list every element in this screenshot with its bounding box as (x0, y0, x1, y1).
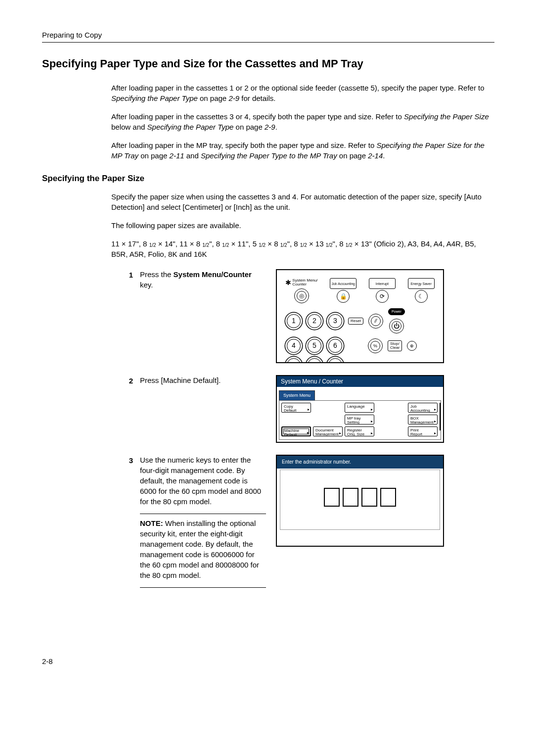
code-entry-fields (280, 488, 440, 507)
job-accounting-button[interactable]: Job Accounting▸ (408, 403, 438, 413)
frac: 1/2 (149, 242, 156, 248)
page-number: 2-8 (42, 656, 494, 666)
note-label: NOTE: (140, 519, 163, 527)
t: key. (140, 281, 153, 289)
indicator-led: ⊕ (407, 341, 417, 351)
numkey-5[interactable]: 5 (308, 339, 321, 353)
code-digit-1[interactable] (324, 488, 340, 507)
lbl: Counter (292, 282, 306, 286)
numkey-3[interactable]: 3 (328, 314, 342, 328)
slash-key[interactable]: ⫽ (368, 314, 383, 329)
machine-default-button[interactable]: Machine Default▸ (281, 426, 311, 436)
arrow-icon: ▸ (308, 408, 310, 412)
intro-p2: After loading paper in the cassettes 3 o… (111, 111, 494, 132)
box-management-button[interactable]: BOX Management▸ (408, 415, 438, 425)
reset-key[interactable]: Reset (348, 318, 363, 325)
arrow-icon: ▸ (371, 420, 373, 424)
system-menu-counter-key[interactable]: ◎ (294, 288, 309, 303)
mp-tray-setting-button[interactable]: MP tray Setting▸ (345, 415, 374, 425)
t: × 14", 11 × 8 (156, 239, 203, 248)
scrollbar[interactable] (440, 403, 441, 430)
step-num: 1 (121, 269, 133, 280)
interrupt-label: Interrupt (369, 278, 396, 289)
numkey-1[interactable]: 1 (287, 314, 301, 328)
note-text: When installing the optional security ki… (140, 519, 259, 579)
power-label: Power (388, 308, 405, 315)
frac: 1/2 (346, 242, 353, 248)
numkey-4[interactable]: 4 (287, 339, 301, 353)
txt: on page (198, 94, 229, 102)
ref: Specifying the Paper Type (111, 94, 198, 102)
intro-p1: After loading paper in the cassettes 1 o… (111, 83, 494, 103)
numkey-7[interactable]: 7 (287, 358, 301, 363)
step-1-text: Press the System Menu/Counter key. (140, 269, 266, 290)
document-management-button[interactable]: Document Management▸ (313, 426, 343, 436)
code-digit-3[interactable] (361, 488, 377, 507)
txt: on page (233, 123, 265, 131)
step-3-text: Use the numeric keys to enter the four-d… (140, 455, 266, 507)
t: Press the (140, 270, 174, 279)
percent-key[interactable]: % (368, 338, 383, 353)
txt: below and (111, 123, 147, 131)
frac: 1/2 (202, 242, 209, 248)
register-orig-size-button[interactable]: Register Orig. Size▸ (345, 426, 374, 436)
txt: After loading paper in the cassettes 1 o… (111, 84, 485, 92)
numkey-2[interactable]: 2 (308, 314, 321, 328)
t: 11 × 17", 8 (111, 239, 149, 248)
txt: . (275, 123, 277, 131)
page-ref: 2-9 (265, 123, 275, 131)
numkey-6[interactable]: 6 (328, 339, 342, 353)
page-ref: 2-14 (368, 151, 383, 160)
t: × 11", 5 (229, 239, 259, 248)
ref: Specifying the Paper Type (147, 123, 234, 131)
txt: After loading paper in the MP tray, spec… (111, 141, 376, 149)
subheading-paper-size: Specifying the Paper Size (42, 173, 494, 185)
txt: . (383, 151, 385, 160)
arrow-icon: ▸ (434, 408, 436, 412)
admin-code-screen: Enter the administrator number. (276, 455, 444, 547)
step-num: 2 (121, 375, 133, 386)
txt: page (350, 151, 368, 160)
system-menu-screen: System Menu / Counter System Menu Copy D… (276, 375, 444, 443)
arrow-icon: ▸ (371, 408, 373, 412)
step-num: 3 (121, 455, 133, 466)
numkey-8[interactable]: 8 (308, 358, 321, 363)
sub1-p1: Specify the paper size when using the ca… (111, 191, 494, 212)
t: × 8 (266, 239, 280, 248)
energy-saver-key[interactable]: ☾ (415, 290, 428, 303)
copy-default-button[interactable]: Copy Default▸ (281, 403, 311, 413)
step-3-note: NOTE: When installing the optional secur… (140, 518, 266, 580)
frac: 1/2 (300, 242, 307, 248)
page-title: Specifying Paper Type and Size for the C… (42, 56, 494, 72)
page-ref: 2-11 (170, 151, 184, 160)
divider (140, 587, 266, 588)
power-key[interactable]: ⏻ (389, 319, 404, 333)
ref: Specifying the Paper Type to the MP Tray (201, 151, 337, 160)
sub1-p2: The following paper sizes are available. (111, 220, 494, 231)
job-accounting-key[interactable]: 🔒 (337, 290, 350, 303)
sub1-sizes: 11 × 17", 8 1/2 × 14", 11 × 8 1/2", 8 1/… (111, 238, 494, 259)
step-1: 1 Press the System Menu/Counter key. ✱ S… (42, 269, 494, 363)
frac: 1/2 (326, 242, 333, 248)
txt: for details. (239, 94, 275, 102)
step-3: 3 Use the numeric keys to enter the four… (42, 455, 494, 592)
control-panel-diagram: ✱ System Menu/ Counter ◎ Job Accounting … (276, 269, 444, 363)
print-report-button[interactable]: Print Report▸ (408, 426, 438, 436)
admin-prompt: Enter the administrator number. (277, 456, 443, 469)
language-button[interactable]: Language▸ (345, 403, 374, 413)
txt: on (337, 151, 350, 160)
arrow-icon: ▸ (371, 431, 373, 435)
t: ", 8 (209, 239, 222, 248)
code-digit-4[interactable] (380, 488, 396, 507)
screen-title: System Menu / Counter (277, 376, 443, 387)
t: ", 8 (333, 239, 346, 248)
page-ref: 2-9 (228, 94, 239, 102)
interrupt-key[interactable]: ⟳ (376, 290, 389, 303)
arrow-icon: ▸ (307, 431, 309, 435)
ref: Specifying the Paper Size (404, 112, 489, 121)
stop-clear-key[interactable]: Stop/ Clear (388, 340, 402, 351)
code-digit-2[interactable] (343, 488, 358, 507)
star-icon: ✱ (285, 278, 291, 288)
step-2: 2 Press [Machine Default]. System Menu /… (42, 375, 494, 443)
numkey-9[interactable]: 9 (328, 358, 342, 363)
